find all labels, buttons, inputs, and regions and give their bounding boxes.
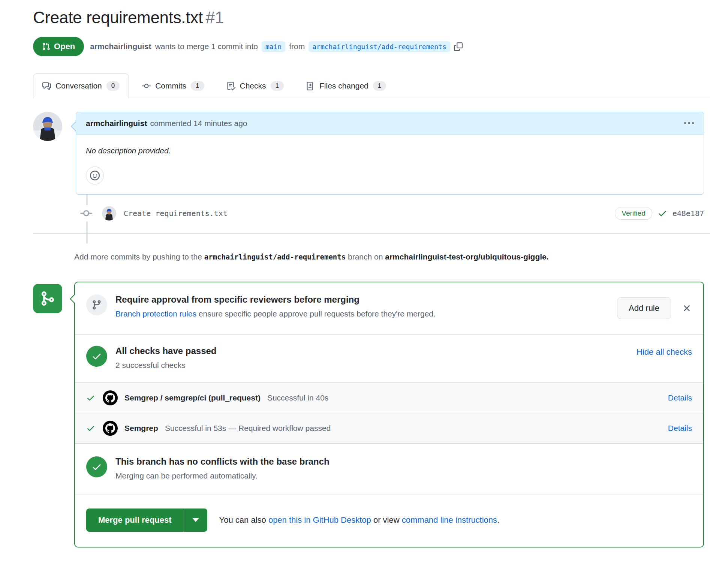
tab-label: Commits (155, 81, 186, 90)
checks-summary-section: All checks have passed 2 successful chec… (75, 334, 703, 382)
period: . (497, 515, 499, 525)
git-branch-icon (91, 300, 102, 310)
check-success-icon (86, 424, 103, 433)
merge-action-text: wants to merge 1 commit into (155, 42, 258, 51)
git-pull-request-icon (42, 42, 50, 51)
push-note: Add more commits by pushing to the armch… (74, 250, 695, 264)
pr-number: #1 (206, 8, 224, 27)
branch-protection-section: Require approval from specific reviewers… (75, 282, 703, 334)
mergeability-subtitle: Merging can be performed automatically. (115, 471, 330, 480)
push-note-prefix: Add more commits by pushing to the (74, 252, 204, 261)
pr-author[interactable]: armchairlinguist (90, 42, 151, 51)
git-branch-icon (39, 290, 56, 307)
tab-count: 1 (271, 81, 284, 91)
checks-summary-title: All checks have passed (115, 346, 216, 356)
avatar[interactable] (33, 112, 62, 141)
base-branch-label[interactable]: main (262, 41, 285, 52)
branch-protection-subtitle: Branch protection rules ensure specific … (115, 309, 436, 318)
hide-all-checks-link[interactable]: Hide all checks (637, 346, 692, 357)
copy-icon (454, 42, 463, 51)
tab-count: 0 (106, 81, 120, 91)
check-row: Semgrep / semgrep/ci (pull_request) Succ… (75, 382, 703, 413)
or-view-text: or view (371, 515, 402, 525)
git-commit-icon (142, 82, 151, 90)
tab-label: Checks (240, 81, 266, 90)
merge-alternatives-text: You can also open this in GitHub Desktop… (219, 515, 500, 525)
pull-request-page: Create requirements.txt#1 Open armchairl… (0, 0, 710, 548)
user-avatar-image (33, 112, 62, 141)
merge-action-row: Merge pull request You can also open thi… (75, 495, 703, 547)
push-note-suffix: . (547, 252, 549, 261)
add-rule-button[interactable]: Add rule (617, 297, 671, 319)
merge-pull-request-button[interactable]: Merge pull request (86, 508, 184, 532)
github-actions-avatar (103, 421, 118, 436)
pr-tab-bar: Conversation 0 Commits 1 Checks 1 Files … (33, 74, 710, 98)
checklist-icon (227, 82, 235, 90)
commit-status: Verified e48e187 (615, 207, 704, 220)
close-icon (682, 303, 692, 314)
status-label: Open (54, 42, 75, 51)
checks-summary-subtitle: 2 successful checks (115, 361, 216, 370)
commit-message[interactable]: Create requirements.txt (124, 209, 228, 218)
status-badge: Open (33, 37, 84, 56)
tab-commits[interactable]: Commits 1 (133, 74, 213, 98)
comment-body: No description provided. (76, 135, 704, 194)
tab-count: 1 (373, 81, 386, 91)
merge-options-dropdown[interactable] (184, 508, 207, 532)
comment-header: armchairlinguist commented 14 minutes ag… (76, 112, 704, 135)
commit-sha[interactable]: e48e187 (673, 209, 704, 218)
file-diff-icon (306, 82, 315, 90)
comment-discussion-icon (42, 82, 51, 90)
check-icon (658, 208, 667, 218)
checks-summary-text: All checks have passed 2 successful chec… (115, 346, 216, 370)
comment-box: armchairlinguist commented 14 minutes ag… (76, 112, 704, 195)
tab-count: 1 (191, 81, 204, 91)
merge-split-button: Merge pull request (86, 508, 207, 532)
commit-author-avatar[interactable] (102, 206, 116, 220)
details-link[interactable]: Details (668, 393, 692, 402)
comment-options-button[interactable] (684, 118, 694, 128)
git-commit-icon (80, 205, 92, 222)
push-note-middle: branch on (346, 252, 385, 261)
comment-author[interactable]: armchairlinguist (86, 119, 147, 128)
tab-conversation[interactable]: Conversation 0 (33, 74, 129, 98)
verified-badge[interactable]: Verified (615, 207, 652, 220)
github-desktop-link[interactable]: open this in GitHub Desktop (268, 515, 371, 525)
smiley-icon (90, 171, 100, 180)
section-divider (33, 233, 710, 234)
tab-files-changed[interactable]: Files changed 1 (297, 74, 395, 98)
mergeability-text: This branch has no conflicts with the ba… (115, 456, 330, 480)
github-mark-icon (105, 423, 115, 433)
push-note-branch: armchairlinguist/add-requirements (204, 253, 346, 261)
add-reaction-button[interactable] (86, 166, 104, 184)
tab-label: Conversation (55, 81, 102, 90)
mergeability-section: This branch has no conflicts with the ba… (75, 443, 703, 495)
check-name: Semgrep / semgrep/ci (pull_request) (124, 393, 261, 402)
head-branch-label[interactable]: armchairlinguist/add-requirements (309, 41, 450, 52)
branch-protection-rules-link[interactable]: Branch protection rules (115, 309, 196, 318)
check-status: Successful in 40s (267, 393, 328, 402)
commit-row: Create requirements.txt Verified e48e187 (33, 205, 704, 222)
branch-protection-actions: Add rule (617, 294, 692, 319)
check-name: Semgrep (124, 424, 158, 433)
also-prefix: You can also (219, 515, 268, 525)
tab-checks[interactable]: Checks 1 (217, 74, 294, 98)
chevron-down-icon (192, 518, 199, 522)
merge-summary: armchairlinguist wants to merge 1 commit… (90, 41, 463, 52)
comment-meta: commented 14 minutes ago (150, 119, 247, 128)
kebab-horizontal-icon (684, 118, 694, 128)
github-actions-avatar (103, 390, 118, 405)
commit-avatar-image (102, 206, 116, 220)
check-row: Semgrep Successful in 53s — Required wor… (75, 413, 703, 443)
details-link[interactable]: Details (668, 424, 692, 433)
dismiss-rule-button[interactable] (682, 303, 692, 314)
check-icon (91, 462, 102, 472)
copy-branch-button[interactable] (454, 42, 463, 51)
from-word: from (289, 42, 305, 51)
tab-label: Files changed (319, 81, 368, 90)
command-line-instructions-link[interactable]: command line instructions (402, 515, 497, 525)
branch-protection-description: ensure specific people approve pull requ… (196, 309, 436, 318)
timeline: armchairlinguist commented 14 minutes ag… (33, 112, 704, 195)
merge-status-icon-box (33, 284, 62, 313)
comment-text: No description provided. (86, 146, 694, 155)
